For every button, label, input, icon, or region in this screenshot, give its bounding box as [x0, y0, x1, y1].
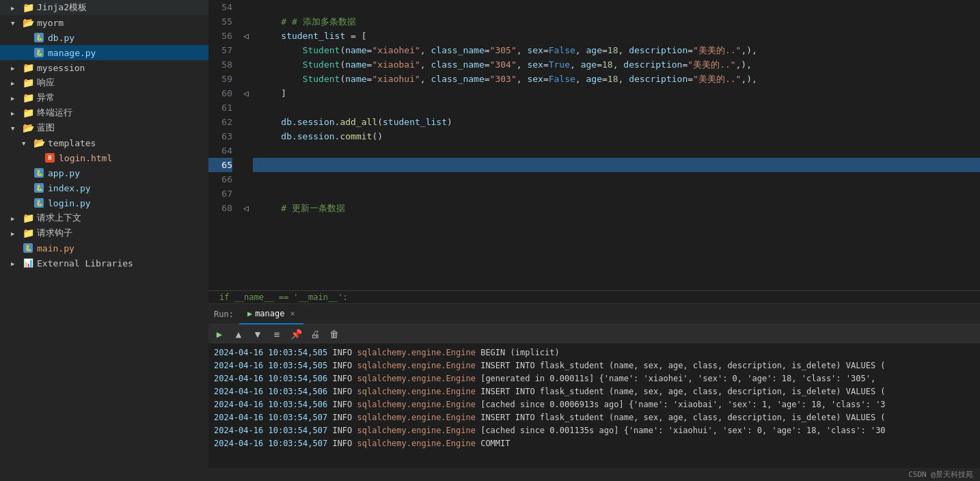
line-num-62: 62: [208, 115, 232, 129]
code-line-60: ]: [253, 86, 980, 100]
sidebar-item-db-py[interactable]: 🐍 db.py: [0, 30, 208, 45]
code-text-59l: sex: [527, 72, 543, 86]
sidebar-item-blueprint[interactable]: 📂 蓝图: [0, 120, 208, 135]
code-text-57k: ,: [517, 43, 528, 57]
bottom-panel: Run: ▶ manage × ▶ ▲ ▼ ≡ 📌 🖨 🗑: [208, 303, 980, 481]
line-num-58: 58: [208, 57, 232, 72]
line-num-61: 61: [208, 100, 232, 115]
code-text-58k: ,: [517, 57, 528, 72]
code-text-59v: "美美的..": [693, 72, 741, 86]
code-line-62: db.session.add_all(student_list): [253, 115, 980, 129]
sidebar-item-templates[interactable]: 📂 templates: [0, 135, 208, 150]
code-text-59d: name: [345, 72, 366, 86]
code-text-59r: 18: [608, 72, 618, 86]
sidebar-item-main-py[interactable]: 🐍 main.py: [0, 240, 208, 256]
code-text-62e: add_all: [340, 115, 377, 129]
sidebar-item-myorm[interactable]: 📂 myorm: [0, 15, 208, 30]
code-text-57v: "美美的..": [693, 43, 741, 57]
code-text-58j: "304": [490, 57, 517, 72]
gutter-60[interactable]: ◁: [239, 86, 253, 100]
clear-button[interactable]: 🗑: [326, 326, 342, 342]
folder-icon-exception: 📁: [22, 92, 34, 104]
code-text-62d: .: [335, 115, 340, 129]
tab-manage[interactable]: ▶ manage ×: [239, 304, 303, 325]
folder-icon-templates: 📂: [33, 137, 45, 149]
run-button[interactable]: ▶: [211, 326, 228, 342]
code-line-58: Student(name="xiaobai", class_name="304"…: [253, 57, 980, 72]
code-text-57b: Student: [303, 43, 340, 57]
py-icon-app: 🐍: [33, 167, 45, 179]
gutter-68[interactable]: ◁: [239, 201, 253, 215]
sidebar-item-request-context[interactable]: 📁 请求上下文: [0, 210, 208, 225]
print-button[interactable]: 🖨: [307, 326, 323, 342]
code-text-58n: True: [549, 57, 570, 72]
gutter-58: [239, 57, 253, 72]
code-text-59m: =: [543, 72, 549, 86]
code-text-59q: =: [602, 72, 608, 86]
sidebar-item-response[interactable]: 📁 响应: [0, 75, 208, 90]
code-text-58m: =: [543, 57, 549, 72]
gutter-55: [239, 14, 253, 29]
code-text-63d: .: [335, 129, 340, 143]
code-text-57n: False: [549, 43, 575, 57]
label-login-py: login.py: [48, 198, 91, 208]
code-text-59c: (: [340, 72, 345, 86]
code-text-59k: ,: [517, 72, 528, 86]
sidebar-item-index-py[interactable]: 🐍 index.py: [0, 180, 208, 195]
pin-button[interactable]: 📌: [288, 326, 304, 342]
code-text-58r: 18: [602, 57, 613, 72]
sidebar-item-mysession[interactable]: 📁 mysession: [0, 60, 208, 75]
code-line-65: [253, 158, 980, 172]
main-area: 📁 Jinja2模板 📂 myorm 🐍 db.py 🐍 manage.py 📁…: [0, 0, 980, 481]
sidebar-item-login-py[interactable]: 🐍 login.py: [0, 195, 208, 210]
code-line-54: [253, 0, 980, 14]
close-tab-icon[interactable]: ×: [290, 309, 295, 318]
label-mysession: mysession: [37, 63, 85, 73]
code-text-59p: age: [586, 72, 602, 86]
py-icon-main: 🐍: [22, 242, 34, 254]
gutter-56[interactable]: ◁: [239, 29, 253, 43]
code-text-57o: ,: [575, 43, 586, 57]
console-date-1: 2024-04-16 10:03:54,505: [214, 348, 327, 357]
gutter-61: [239, 100, 253, 115]
console-engine-1: sqlalchemy.engine.Engine: [357, 348, 476, 357]
lib-icon-external: 📊: [22, 257, 34, 269]
label-index-py: index.py: [48, 183, 91, 193]
gutter-66: [239, 172, 253, 187]
scroll-up-button[interactable]: ▲: [230, 326, 247, 342]
sidebar-item-external-libs[interactable]: 📊 External Libraries: [0, 256, 208, 271]
sidebar-item-manage-py[interactable]: 🐍 manage.py: [0, 45, 208, 60]
sidebar-item-login-html[interactable]: H login.html: [0, 150, 208, 165]
bottom-toolbar: ▶ ▲ ▼ ≡ 📌 🖨 🗑: [208, 325, 980, 344]
scroll-down-button[interactable]: ▼: [249, 326, 266, 342]
sidebar-item-terminal[interactable]: 📁 终端运行: [0, 105, 208, 120]
label-app-py: app.py: [48, 168, 80, 178]
code-text-57h: class_name: [431, 43, 485, 57]
code-content[interactable]: # # 添加多条数据 student_list = [ Student(name…: [253, 0, 980, 290]
gutter-54: [239, 0, 253, 14]
code-line-68: # 更新一条数据: [253, 201, 980, 215]
code-text-59t: description: [629, 72, 688, 86]
sidebar-item-jinja2[interactable]: 📁 Jinja2模板: [0, 0, 208, 15]
code-text-58s: ,: [613, 57, 624, 72]
arrow-templates: [22, 139, 33, 147]
console-line-8: 2024-04-16 10:03:54,507 INFO sqlalchemy.…: [214, 437, 975, 450]
arrow-response: [11, 79, 22, 87]
sidebar-item-request-hook[interactable]: 📁 请求钩子: [0, 225, 208, 240]
py-icon-manage: 🐍: [33, 46, 45, 59]
code-text-62b: .: [292, 115, 297, 129]
py-icon-index: 🐍: [33, 182, 45, 194]
folder-icon-myorm: 📂: [22, 16, 34, 29]
console-line-4: 2024-04-16 10:03:54,506 INFO sqlalchemy.…: [214, 385, 975, 398]
code-text-57f: "xiaohei": [372, 43, 420, 57]
sidebar-item-app-py[interactable]: 🐍 app.py: [0, 165, 208, 180]
code-text-58o: ,: [570, 57, 581, 72]
py-icon-db: 🐍: [33, 31, 45, 44]
wrap-button[interactable]: ≡: [269, 326, 285, 342]
code-text-59w: ,),: [741, 72, 757, 86]
sidebar-item-exception[interactable]: 📁 异常: [0, 90, 208, 105]
gutter-67: [239, 187, 253, 201]
code-text-62f: (: [377, 115, 383, 129]
code-text-57u: =: [688, 43, 693, 57]
console-line-6: 2024-04-16 10:03:54,507 INFO sqlalchemy.…: [214, 411, 975, 424]
